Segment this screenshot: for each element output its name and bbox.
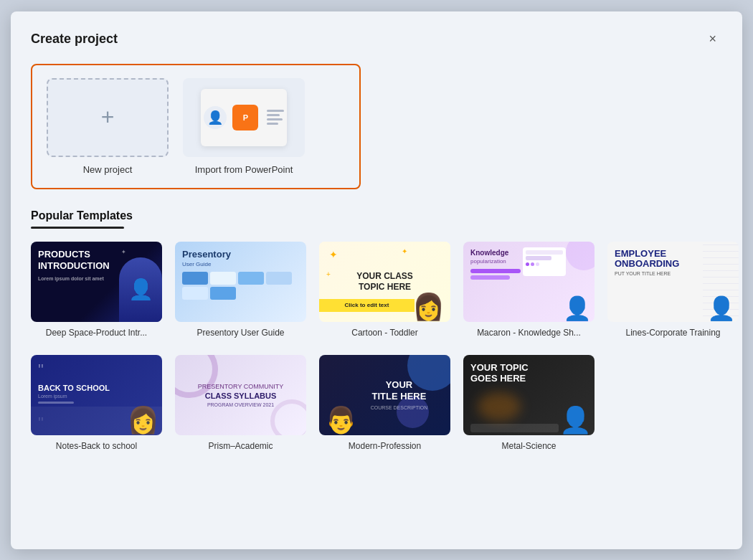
star-deco-2: + <box>326 270 331 278</box>
deep-space-person: 👤 <box>119 257 162 322</box>
wavy-lines <box>267 110 284 125</box>
new-project-label: New project <box>83 164 133 175</box>
deco-star: ✦ <box>121 249 126 255</box>
quote-close: " <box>38 414 44 432</box>
metal-person: 👤 <box>559 405 592 435</box>
template-label-deep-space: Deep Space-Product Intr... <box>46 328 147 338</box>
template-macaron[interactable]: Knowledge popularization <box>463 242 595 338</box>
lines-emp-text: EMPLOYEEONBOARDING <box>615 249 679 270</box>
popular-templates-section: Popular Templates PRODUCTSINTRODUCTION L… <box>31 209 722 451</box>
template-metal[interactable]: YOUR TOPICGOES HERE 👤 Metal-Science <box>463 355 595 451</box>
metal-topic: YOUR TOPICGOES HERE <box>470 362 529 384</box>
section-underline <box>31 227 124 229</box>
template-label-prism: Prism–Academic <box>208 441 273 451</box>
template-presentory[interactable]: Presentory User Guide Presentory User Gu… <box>175 242 306 338</box>
import-ppt-box: 👤 P <box>183 78 305 157</box>
create-project-dialog: Create project × + New project 👤 P <box>11 11 742 549</box>
ppt-icon: P <box>232 105 258 130</box>
prism-university: PRESENTORY COMMUNITY <box>198 383 284 390</box>
classroom-bg <box>31 407 162 435</box>
template-label-presentory: Presentory User Guide <box>196 328 284 338</box>
cartoon-cta-bar: Click to edit text <box>319 299 415 312</box>
template-modern[interactable]: 👨 YOURTITLE HERE COURSE DESCRIPTION Mode… <box>319 355 450 451</box>
section-title: Popular Templates <box>31 209 722 222</box>
wavy-line-1 <box>267 110 284 112</box>
macaron-title: Knowledge <box>470 249 521 257</box>
templates-row-2: " BACK TO SCHOOL Lorem ipsum 👩 " Notes-B… <box>31 355 722 451</box>
template-thumb-deep-space: PRODUCTSINTRODUCTION Lorem ipsum dolor s… <box>31 242 162 322</box>
wavy-line-2 <box>267 114 280 116</box>
templates-row-1: PRODUCTSINTRODUCTION Lorem ipsum dolor s… <box>31 242 722 338</box>
new-project-box: + <box>47 78 169 157</box>
template-thumb-metal: YOUR TOPICGOES HERE 👤 <box>463 355 595 435</box>
modern-title: YOURTITLE HERE <box>371 379 428 402</box>
deep-space-title: PRODUCTSINTRODUCTION <box>38 249 110 273</box>
template-label-lines: Lines-Corporate Training <box>625 328 720 338</box>
person-icon: 👤 <box>204 106 227 129</box>
prism-class-syllabus: CLASS SYLLABUS <box>205 391 277 400</box>
presentory-subtitle: User Guide <box>182 261 299 267</box>
template-thumb-notes: " BACK TO SCHOOL Lorem ipsum 👩 " <box>31 355 162 435</box>
import-ppt-inner: 👤 P <box>201 89 287 146</box>
template-label-modern: Modern-Profession <box>349 441 421 451</box>
template-deep-space[interactable]: PRODUCTSINTRODUCTION Lorem ipsum dolor s… <box>31 242 162 338</box>
macaron-subtitle: popularization <box>470 258 521 265</box>
dialog-title: Create project <box>31 32 118 47</box>
template-thumb-presentory: Presentory User Guide <box>175 242 306 322</box>
template-label-macaron: Macaron - Knowledge Sh... <box>477 328 581 338</box>
cartoon-topic-text: YOUR CLASSTOPIC HERE <box>356 271 413 292</box>
star-deco-1: ✦ <box>329 249 338 260</box>
top-section: + New project 👤 P Import from PowerPoint <box>31 64 361 189</box>
import-ppt-label: Import from PowerPoint <box>195 164 293 175</box>
wavy-line-4 <box>267 123 278 125</box>
template-label-notes: Notes-Back to school <box>56 441 137 451</box>
plus-icon: + <box>101 104 115 130</box>
cartoon-person: 👩 <box>412 292 445 322</box>
lines-person: 👤 <box>707 295 736 322</box>
template-lines[interactable]: EMPLOYEEONBOARDING PUT YOUR TITLE HERE 👤… <box>607 242 739 338</box>
notes-quote: " <box>38 362 110 378</box>
template-thumb-cartoon: YOUR CLASSTOPIC HERE 👩 ✦ + ✦ Click to ed… <box>319 242 450 322</box>
template-prism[interactable]: PRESENTORY COMMUNITY CLASS SYLLABUS PROG… <box>175 355 306 451</box>
new-project-card[interactable]: + New project <box>47 78 169 175</box>
dialog-header: Create project × <box>31 29 722 49</box>
template-thumb-prism: PRESENTORY COMMUNITY CLASS SYLLABUS PROG… <box>175 355 306 435</box>
wavy-line-3 <box>267 118 283 120</box>
modern-subtitle: COURSE DESCRIPTION <box>371 405 428 410</box>
modern-person: 👨 <box>325 405 357 435</box>
template-label-cartoon: Cartoon - Toddler <box>351 328 418 338</box>
template-cartoon[interactable]: YOUR CLASSTOPIC HERE 👩 ✦ + ✦ Click to ed… <box>319 242 450 338</box>
star-deco-3: ✦ <box>402 247 407 255</box>
close-button[interactable]: × <box>703 29 722 49</box>
metal-keyboard <box>470 424 559 432</box>
template-thumb-lines: EMPLOYEEONBOARDING PUT YOUR TITLE HERE 👤 <box>607 242 739 322</box>
presentory-title: Presentory <box>182 249 299 260</box>
template-thumb-macaron: Knowledge popularization <box>463 242 595 322</box>
metal-glow <box>478 392 521 421</box>
import-ppt-card[interactable]: 👤 P Import from PowerPoint <box>183 78 305 175</box>
deep-space-subtitle: Lorem ipsum dolor sit amet <box>38 275 110 282</box>
macaron-person: 👤 <box>563 295 592 322</box>
macaron-window <box>523 247 566 276</box>
template-thumb-modern: 👨 YOURTITLE HERE COURSE DESCRIPTION <box>319 355 450 435</box>
template-label-metal: Metal-Science <box>501 441 556 451</box>
lines-sub-text: PUT YOUR TITLE HERE <box>615 271 679 276</box>
notes-sub: Lorem ipsum <box>38 394 110 399</box>
templates-grid: PRODUCTSINTRODUCTION Lorem ipsum dolor s… <box>31 242 722 451</box>
notes-back-text: BACK TO SCHOOL <box>38 384 110 392</box>
presentory-blocks <box>182 272 299 300</box>
prism-subtitle: PROGRAM OVERVIEW 2021 <box>207 402 274 407</box>
template-notes[interactable]: " BACK TO SCHOOL Lorem ipsum 👩 " Notes-B… <box>31 355 162 451</box>
